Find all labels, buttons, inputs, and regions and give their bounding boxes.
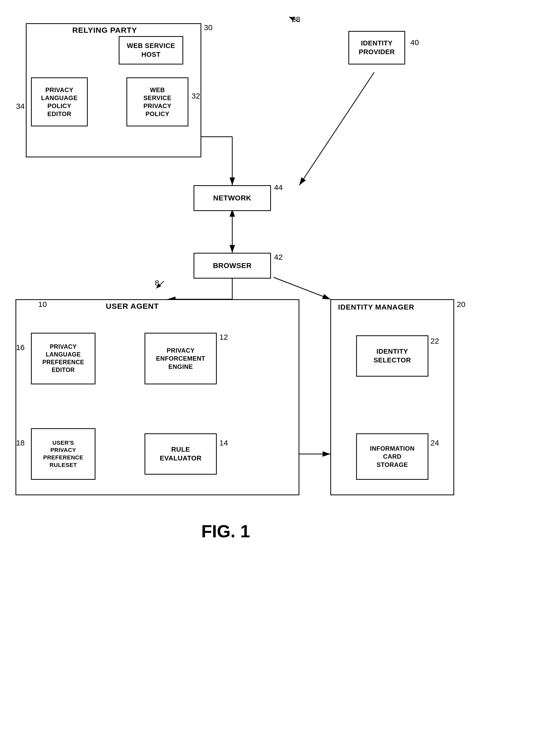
ref-20: 20	[457, 300, 465, 309]
figure-label: FIG. 1	[201, 521, 250, 541]
ref-12: 12	[219, 333, 228, 342]
ref-10: 10	[38, 300, 47, 309]
ref8-arrow	[150, 279, 170, 291]
ref-14: 14	[219, 438, 228, 447]
users-privacy-preference-ruleset-box: USER'SPRIVACYPREFERENCERULESET	[31, 428, 95, 480]
identity-manager-label: IDENTITY MANAGER	[338, 303, 415, 311]
identity-selector-box: IDENTITYSELECTOR	[356, 335, 428, 377]
ref-22: 22	[430, 337, 439, 345]
web-service-host-box: WEB SERVICEHOST	[119, 36, 183, 64]
ref28-arrow	[284, 14, 305, 25]
ref-44: 44	[274, 183, 283, 192]
network-box: NETWORK	[194, 185, 271, 211]
diagram: RELYING PARTY WEB SERVICEHOST PRIVACYLAN…	[0, 0, 560, 746]
ref-32: 32	[192, 92, 200, 101]
browser-box: BROWSER	[194, 253, 271, 279]
ref-42: 42	[274, 253, 283, 262]
ref-24: 24	[430, 438, 439, 447]
rule-evaluator-box: RULEEVALUATOR	[144, 433, 217, 475]
ref-34: 34	[16, 102, 25, 111]
svg-line-27	[156, 281, 164, 288]
relying-party-label: RELYING PARTY	[72, 26, 137, 34]
ref-18: 18	[16, 438, 25, 447]
ref-40: 40	[410, 38, 419, 47]
identity-provider-box: IDENTITYPROVIDER	[348, 31, 405, 64]
svg-line-15	[274, 277, 330, 299]
privacy-enforcement-engine-box: PRIVACYENFORCEMENTENGINE	[144, 333, 217, 384]
web-service-privacy-policy-box: WEBSERVICEPRIVACYPOLICY	[127, 77, 188, 126]
svg-line-24	[289, 17, 299, 22]
ref-30: 30	[204, 23, 213, 32]
privacy-language-policy-editor-box: PRIVACYLANGUAGEPOLICYEDITOR	[31, 77, 88, 126]
user-agent-label: USER AGENT	[106, 302, 159, 311]
information-card-storage-box: INFORMATIONCARDSTORAGE	[356, 433, 428, 480]
svg-line-11	[299, 72, 374, 185]
privacy-language-preference-editor-box: PRIVACYLANGUAGEPREFERENCEEDITOR	[31, 333, 95, 384]
ref-16: 16	[16, 343, 25, 352]
